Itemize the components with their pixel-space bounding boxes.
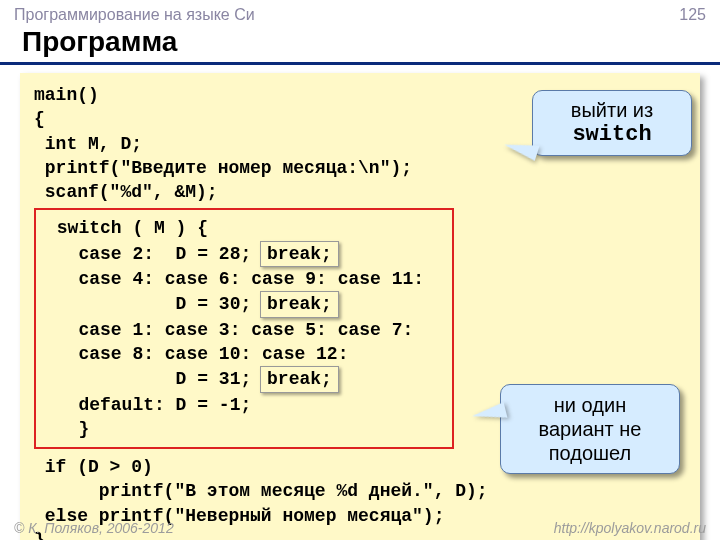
page-number: 125 — [679, 6, 706, 24]
code-line: D = 30; break; — [46, 291, 442, 317]
code-line: case 2: D = 28; break; — [46, 241, 442, 267]
code-line: printf("Введите номер месяца:\n"); — [34, 156, 686, 180]
break-chip: break; — [260, 241, 339, 267]
callout-line: вариант не — [515, 417, 665, 441]
footer: © К. Поляков, 2006-2012 http://kpolyakov… — [0, 520, 720, 536]
top-bar: Программирование на языке Си 125 — [0, 0, 720, 26]
callout-line: switch — [547, 122, 677, 147]
break-chip: break; — [260, 366, 339, 392]
callout-default: ни один вариант не подошел — [500, 384, 680, 474]
code-line: scanf("%d", &M); — [34, 180, 686, 204]
callout-line: ни один — [515, 393, 665, 417]
code-line: case 8: case 10: case 12: — [46, 342, 442, 366]
code-line: switch ( M ) { — [46, 216, 442, 240]
subject-label: Программирование на языке Си — [14, 6, 255, 24]
break-chip: break; — [260, 291, 339, 317]
switch-highlight-box: switch ( M ) { case 2: D = 28; break; ca… — [34, 208, 454, 449]
page-title: Программа — [0, 26, 720, 65]
callout-exit-switch: выйти из switch — [532, 90, 692, 156]
copyright: © К. Поляков, 2006-2012 — [14, 520, 174, 536]
code-line: D = 31; break; — [46, 366, 442, 392]
footer-url: http://kpolyakov.narod.ru — [554, 520, 706, 536]
code-line: case 1: case 3: case 5: case 7: — [46, 318, 442, 342]
callout-line: выйти из — [547, 99, 677, 122]
code-line: default: D = -1; — [46, 393, 442, 417]
code-line: printf("В этом месяце %d дней.", D); — [34, 479, 686, 503]
code-line: } — [46, 417, 442, 441]
slide: Программирование на языке Си 125 Програм… — [0, 0, 720, 540]
code-line: case 4: case 6: case 9: case 11: — [46, 267, 442, 291]
callout-line: подошел — [515, 441, 665, 465]
